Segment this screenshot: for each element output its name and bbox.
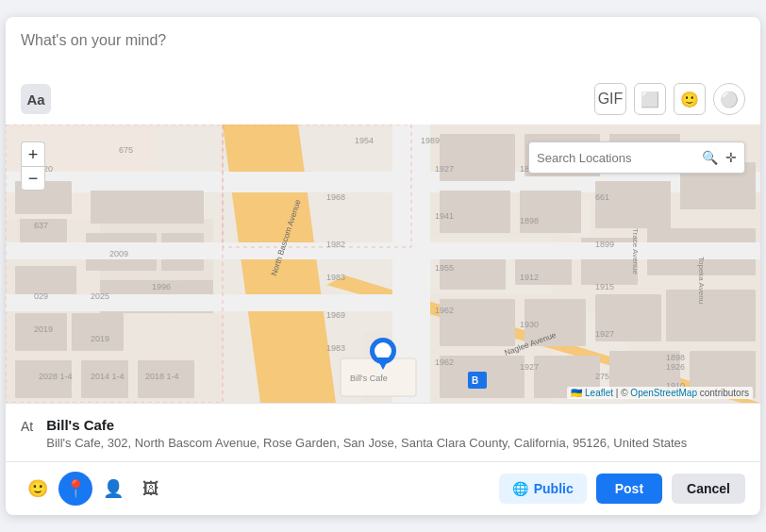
svg-text:Topeka Avenu: Topeka Avenu — [697, 257, 706, 304]
svg-text:1898: 1898 — [520, 216, 539, 225]
at-label: At — [21, 417, 33, 434]
map-search-bar: 🔍 ✛ — [528, 141, 745, 174]
svg-text:275: 275 — [595, 372, 609, 381]
location-info: At Bill's Cafe Bill's Cafe, 302, North B… — [6, 403, 760, 462]
svg-text:1927: 1927 — [595, 329, 614, 339]
svg-text:2014 1-4: 2014 1-4 — [91, 372, 125, 381]
osm-link[interactable]: OpenStreetMap — [630, 388, 697, 398]
location-name: Bill's Cafe — [46, 417, 745, 433]
svg-text:B: B — [472, 375, 478, 386]
bottom-right-actions: 🌐 Public Post Cancel — [499, 474, 745, 504]
svg-text:1969: 1969 — [326, 310, 345, 320]
map-container: Bill's Cafe B P 2020 675 637 1954 1989 1… — [6, 125, 760, 403]
svg-text:1915: 1915 — [595, 282, 614, 291]
map-zoom-controls: + − — [21, 141, 45, 191]
zoom-in-button[interactable]: + — [21, 141, 45, 166]
svg-text:029: 029 — [34, 291, 48, 301]
svg-text:2025: 2025 — [91, 291, 109, 301]
svg-text:1955: 1955 — [435, 263, 454, 273]
svg-text:1983: 1983 — [326, 343, 345, 353]
svg-text:1996: 1996 — [152, 282, 171, 291]
svg-text:675: 675 — [119, 145, 133, 155]
osm-contributors: contributors — [700, 388, 749, 398]
leaflet-flag: 🇺🇦 — [571, 388, 582, 398]
map-locate-icon[interactable]: ✛ — [725, 150, 737, 165]
svg-rect-37 — [520, 191, 581, 233]
svg-text:2019: 2019 — [91, 334, 109, 343]
bottom-bar: 🙂 📍 👤 🖼 🌐 Public Post Cancel — [6, 462, 760, 515]
location-row: At Bill's Cafe Bill's Cafe, 302, North B… — [21, 417, 745, 452]
svg-rect-21 — [72, 313, 124, 351]
svg-text:661: 661 — [595, 192, 609, 202]
svg-text:1912: 1912 — [520, 273, 539, 282]
svg-rect-53 — [6, 294, 402, 311]
svg-text:1962: 1962 — [435, 357, 454, 367]
circle-button[interactable]: ⚪ — [713, 83, 745, 115]
svg-text:1926: 1926 — [666, 362, 685, 372]
image-action-button[interactable]: 🖼 — [134, 472, 168, 506]
svg-text:1898: 1898 — [666, 353, 685, 362]
svg-text:1954: 1954 — [355, 136, 374, 145]
top-section: Aa GIF ⬜ 🙂 ⚪ — [6, 17, 760, 125]
map-search-input[interactable] — [537, 151, 698, 165]
svg-rect-25 — [91, 191, 166, 224]
svg-text:2018 1-4: 2018 1-4 — [145, 372, 179, 381]
person-action-button[interactable]: 👤 — [96, 472, 130, 506]
svg-text:1899: 1899 — [595, 240, 614, 249]
svg-text:Bill's Cafe: Bill's Cafe — [350, 374, 388, 383]
frame-button[interactable]: ⬜ — [634, 83, 666, 115]
zoom-out-button[interactable]: − — [21, 166, 45, 191]
gif-button[interactable]: GIF — [594, 83, 626, 115]
public-button[interactable]: 🌐 Public — [499, 474, 587, 504]
globe-icon: 🌐 — [512, 481, 528, 496]
svg-text:1927: 1927 — [520, 362, 539, 372]
toolbar-top: Aa GIF ⬜ 🙂 ⚪ — [21, 83, 745, 115]
emoji-button[interactable]: 🙂 — [674, 83, 706, 115]
emoji-action-button[interactable]: 🙂 — [21, 472, 55, 506]
svg-text:Trace Avenue: Trace Avenue — [631, 228, 640, 274]
font-button[interactable]: Aa — [21, 84, 51, 114]
post-composer-card: Aa GIF ⬜ 🙂 ⚪ — [6, 17, 760, 516]
svg-rect-33 — [440, 134, 515, 181]
leaflet-link[interactable]: Leaflet — [585, 388, 613, 398]
pin-action-button[interactable]: 📍 — [58, 472, 92, 506]
right-icons: GIF ⬜ 🙂 ⚪ — [594, 83, 745, 115]
map-search-icon[interactable]: 🔍 — [702, 150, 718, 165]
svg-rect-38 — [595, 181, 671, 228]
svg-text:2009: 2009 — [109, 249, 128, 258]
bottom-left-actions: 🙂 📍 👤 🖼 — [21, 472, 168, 506]
cancel-button[interactable]: Cancel — [672, 474, 745, 504]
svg-point-112 — [375, 342, 391, 359]
svg-rect-26 — [157, 191, 204, 224]
svg-text:2028 1-4: 2028 1-4 — [39, 372, 73, 381]
svg-text:637: 637 — [34, 221, 48, 230]
svg-text:1927: 1927 — [435, 164, 454, 174]
public-label: Public — [534, 481, 574, 496]
svg-text:1930: 1930 — [520, 320, 539, 329]
post-button[interactable]: Post — [596, 474, 662, 504]
svg-text:2019: 2019 — [34, 324, 53, 334]
svg-text:1968: 1968 — [326, 192, 345, 202]
location-address: Bill's Cafe, 302, North Bascom Avenue, R… — [46, 435, 745, 452]
osm-copy: | © — [616, 388, 631, 398]
svg-text:1962: 1962 — [435, 306, 454, 315]
location-details: Bill's Cafe Bill's Cafe, 302, North Basc… — [46, 417, 745, 452]
svg-text:1983: 1983 — [326, 273, 345, 282]
map-attribution: 🇺🇦 Leaflet | © OpenStreetMap contributor… — [567, 387, 753, 399]
svg-text:1989: 1989 — [421, 136, 440, 145]
thought-input[interactable] — [21, 30, 745, 73]
svg-text:1941: 1941 — [435, 211, 454, 221]
svg-rect-47 — [666, 290, 756, 341]
